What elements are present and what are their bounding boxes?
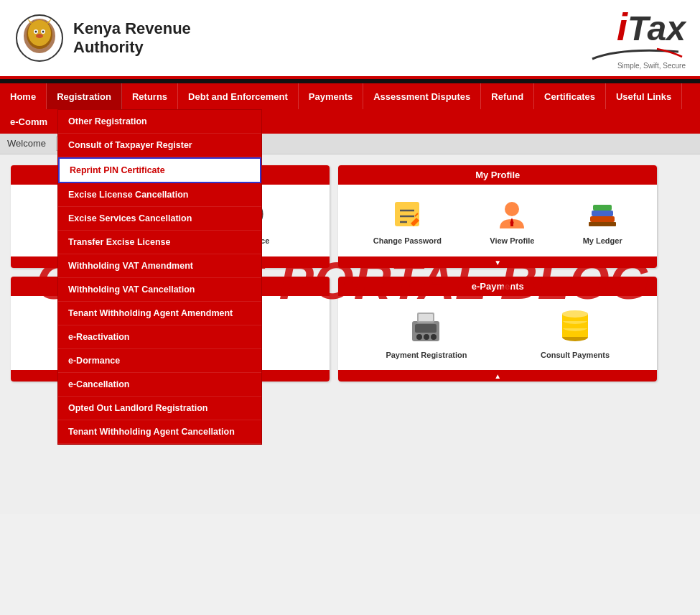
card-e-payments-body: Payment Registration Consult Payments: [338, 296, 657, 370]
svg-point-7: [42, 31, 45, 33]
dropdown-withholding-vat[interactable]: Withholding VAT Amendment: [58, 254, 261, 278]
card-e-payments: e-Payments Payment Registration: [338, 277, 657, 382]
view-profile-label: View Profile: [490, 236, 534, 245]
header: Kenya Revenue Authority i Tax Simple, Sw…: [0, 0, 700, 79]
nav-debt[interactable]: Debt and Enforcement: [178, 83, 299, 109]
svg-point-44: [431, 334, 437, 340]
dropdown-e-reactivation[interactable]: e-Reactivation: [58, 325, 261, 349]
svg-point-43: [424, 334, 429, 340]
svg-rect-41: [415, 324, 437, 333]
card-e-payments-header: e-Payments: [338, 277, 657, 296]
dropdown-tenant-cancel[interactable]: Tenant Withholding Agent Cancellation: [58, 420, 261, 444]
nav-useful[interactable]: Useful Links: [606, 83, 682, 109]
card-my-profile-body: Change Password View Profile: [338, 185, 657, 256]
itax-i-letter: i: [617, 7, 627, 46]
dropdown-transfer-excise[interactable]: Transfer Excise License: [58, 231, 261, 254]
svg-rect-31: [589, 222, 616, 226]
card-item-consult-payments[interactable]: Consult Payments: [541, 307, 610, 359]
welcome-label: Welcome: [7, 138, 46, 149]
nav-registration[interactable]: Registration: [47, 83, 122, 109]
kra-name: Kenya Revenue Authority: [73, 19, 191, 57]
card-item-view-profile[interactable]: View Profile: [490, 196, 534, 245]
nav-home[interactable]: Home: [0, 83, 47, 109]
nav-payments[interactable]: Payments: [299, 83, 363, 109]
svg-rect-30: [593, 205, 612, 211]
svg-point-8: [36, 34, 43, 38]
consult-payments-icon: [556, 307, 595, 346]
card-my-profile-header: My Profile: [338, 165, 657, 185]
card-my-profile: My Profile Change Password: [338, 165, 657, 268]
svg-point-3: [28, 20, 51, 46]
dropdown-withholding-vat-cancel[interactable]: Withholding VAT Cancellation: [58, 278, 261, 302]
svg-rect-29: [592, 211, 613, 216]
kra-lion-icon: [14, 13, 65, 63]
my-ledger-icon: [584, 196, 620, 232]
card-e-payments-footer[interactable]: ▲: [338, 370, 657, 382]
card-item-change-password[interactable]: Change Password: [373, 196, 442, 245]
nav-certificates[interactable]: Certificates: [534, 83, 606, 109]
card-my-profile-footer[interactable]: ▼: [338, 256, 657, 268]
svg-rect-28: [590, 216, 615, 222]
card-e-payments-arrow: ▲: [494, 372, 501, 380]
dropdown-opted-out[interactable]: Opted Out Landlord Registration: [58, 397, 261, 420]
change-password-label: Change Password: [373, 236, 442, 245]
view-profile-icon: [494, 196, 530, 232]
payment-registration-icon: [406, 307, 446, 346]
my-ledger-label: My Ledger: [583, 236, 622, 245]
svg-point-42: [416, 334, 422, 340]
payment-registration-label: Payment Registration: [386, 351, 467, 359]
itax-tagline: Simple, Swift, Secure: [617, 62, 686, 70]
dropdown-reprint-pin[interactable]: Reprint PIN Certificate: [58, 157, 261, 183]
svg-point-53: [562, 310, 588, 318]
kra-text: Kenya Revenue Authority: [73, 19, 191, 57]
itax-logo: i Tax Simple, Swift, Secure: [585, 7, 686, 70]
dropdown-excise-services[interactable]: Excise Services Cancellation: [58, 207, 261, 231]
dropdown-e-cancellation[interactable]: e-Cancellation: [58, 373, 261, 397]
svg-point-25: [505, 202, 519, 216]
nav-bar: Home Registration Returns Debt and Enfor…: [0, 83, 700, 109]
dropdown-tenant-amendment[interactable]: Tenant Withholding Agent Amendment: [58, 302, 261, 325]
itax-swoosh-icon: [585, 46, 686, 62]
dropdown-excise-license[interactable]: Excise License Cancellation: [58, 183, 261, 207]
logo-left: Kenya Revenue Authority: [14, 13, 191, 63]
card-item-payment-registration[interactable]: Payment Registration: [386, 307, 467, 359]
dropdown-consult-taxpayer[interactable]: Consult of Taxpayer Register: [58, 134, 261, 157]
svg-point-6: [35, 31, 37, 33]
nav-assessment[interactable]: Assessment Disputes: [363, 83, 481, 109]
nav-returns[interactable]: Returns: [122, 83, 178, 109]
itax-tax-text: Tax: [627, 11, 686, 46]
nav-refund[interactable]: Refund: [481, 83, 534, 109]
card-my-profile-arrow: ▼: [494, 259, 501, 267]
consult-payments-label: Consult Payments: [541, 351, 610, 359]
dropdown-e-dormance[interactable]: e-Dormance: [58, 349, 261, 373]
svg-rect-46: [419, 314, 433, 321]
registration-dropdown: Other Registration Consult of Taxpayer R…: [57, 109, 262, 445]
card-item-my-ledger[interactable]: My Ledger: [583, 196, 622, 245]
subnav-ecomm[interactable]: e-Comm: [0, 109, 58, 134]
dropdown-other-reg[interactable]: Other Registration: [58, 110, 261, 134]
svg-rect-27: [510, 222, 513, 226]
change-password-icon: [389, 196, 425, 232]
